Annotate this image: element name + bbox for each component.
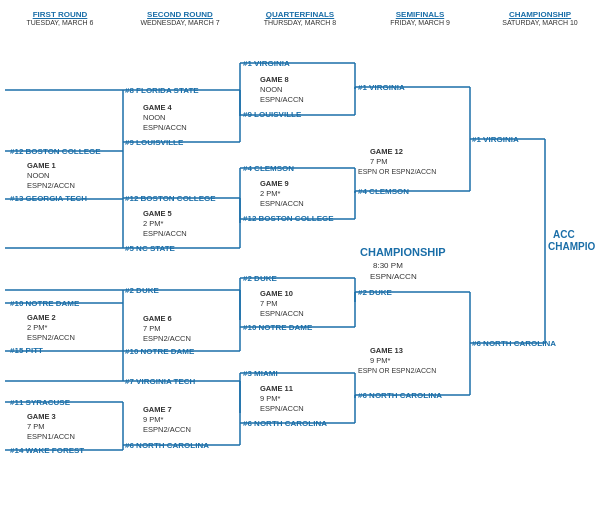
game13-network: ESPN OR ESPN2/ACCN xyxy=(358,367,436,374)
game5-network: ESPN/ACCN xyxy=(143,229,187,238)
rounds-header: FIRST ROUND TUESDAY, MARCH 6 SECOND ROUN… xyxy=(5,10,595,26)
game9-label: GAME 9 xyxy=(260,179,289,188)
round-4-date: FRIDAY, MARCH 9 xyxy=(370,19,470,26)
team-6nc-champ: #6 NORTH CAROLINA xyxy=(472,339,556,348)
game1-label: GAME 1 xyxy=(27,161,56,170)
game7-label: GAME 7 xyxy=(143,405,172,414)
round-3-date: THURSDAY, MARCH 8 xyxy=(250,19,350,26)
round-header-2: SECOND ROUND WEDNESDAY, MARCH 7 xyxy=(130,10,230,26)
game12-label: GAME 12 xyxy=(370,147,403,156)
champ-title: CHAMPIONSHIP xyxy=(360,246,446,258)
round-header-1: FIRST ROUND TUESDAY, MARCH 6 xyxy=(10,10,110,26)
game2-network: ESPN2/ACCN xyxy=(27,333,75,342)
round-header-4: SEMIFINALS FRIDAY, MARCH 9 xyxy=(370,10,470,26)
game5-time: 2 PM* xyxy=(143,219,164,228)
acc-champ-2: CHAMPION xyxy=(548,241,595,252)
game8-time: NOON xyxy=(260,85,283,94)
game7-time: 9 PM* xyxy=(143,415,164,424)
game5-label: GAME 5 xyxy=(143,209,172,218)
game10-label: GAME 10 xyxy=(260,289,293,298)
game13-time: 9 PM* xyxy=(370,356,391,365)
game9-network: ESPN/ACCN xyxy=(260,199,304,208)
round-5-name: CHAMPIONSHIP xyxy=(490,10,590,19)
game1-network: ESPN2/ACCN xyxy=(27,181,75,190)
game2-label: GAME 2 xyxy=(27,313,56,322)
round-1-name: FIRST ROUND xyxy=(10,10,110,19)
game4-label: GAME 4 xyxy=(143,103,173,112)
game11-label: GAME 11 xyxy=(260,384,293,393)
game11-network: ESPN/ACCN xyxy=(260,404,304,413)
game3-network: ESPN1/ACCN xyxy=(27,432,75,441)
champ-time: 8:30 PM xyxy=(373,261,403,270)
game12-time: 7 PM xyxy=(370,157,388,166)
game11-time: 9 PM* xyxy=(260,394,281,403)
acc-champ-1: ACC xyxy=(553,229,575,240)
round-4-name: SEMIFINALS xyxy=(370,10,470,19)
champ-network: ESPN/ACCN xyxy=(370,272,417,281)
round-header-3: QUARTERFINALS THURSDAY, MARCH 8 xyxy=(250,10,350,26)
round-5-date: SATURDAY, MARCH 10 xyxy=(490,19,590,26)
game3-time: 7 PM xyxy=(27,422,45,431)
game2-time: 2 PM* xyxy=(27,323,48,332)
round-header-5: CHAMPIONSHIP SATURDAY, MARCH 10 xyxy=(490,10,590,26)
game10-time: 7 PM xyxy=(260,299,278,308)
bracket-svg: #12 BOSTON COLLEGE GAME 1 NOON ESPN2/ACC… xyxy=(5,38,595,498)
round-3-name: QUARTERFINALS xyxy=(250,10,350,19)
game8-network: ESPN/ACCN xyxy=(260,95,304,104)
game6-network: ESPN2/ACCN xyxy=(143,334,191,343)
round-1-date: TUESDAY, MARCH 6 xyxy=(10,19,110,26)
bracket-container: FIRST ROUND TUESDAY, MARCH 6 SECOND ROUN… xyxy=(0,0,600,506)
game4-network: ESPN/ACCN xyxy=(143,123,187,132)
game8-label: GAME 8 xyxy=(260,75,289,84)
game4-time: NOON xyxy=(143,113,166,122)
game7-network: ESPN2/ACCN xyxy=(143,425,191,434)
game1-time: NOON xyxy=(27,171,50,180)
game9-time: 2 PM* xyxy=(260,189,281,198)
round-2-name: SECOND ROUND xyxy=(130,10,230,19)
game13-label: GAME 13 xyxy=(370,346,403,355)
game3-label: GAME 3 xyxy=(27,412,56,421)
round-2-date: WEDNESDAY, MARCH 7 xyxy=(130,19,230,26)
game12-network: ESPN OR ESPN2/ACCN xyxy=(358,168,436,175)
game10-network: ESPN/ACCN xyxy=(260,309,304,318)
game6-time: 7 PM xyxy=(143,324,161,333)
game6-label: GAME 6 xyxy=(143,314,172,323)
